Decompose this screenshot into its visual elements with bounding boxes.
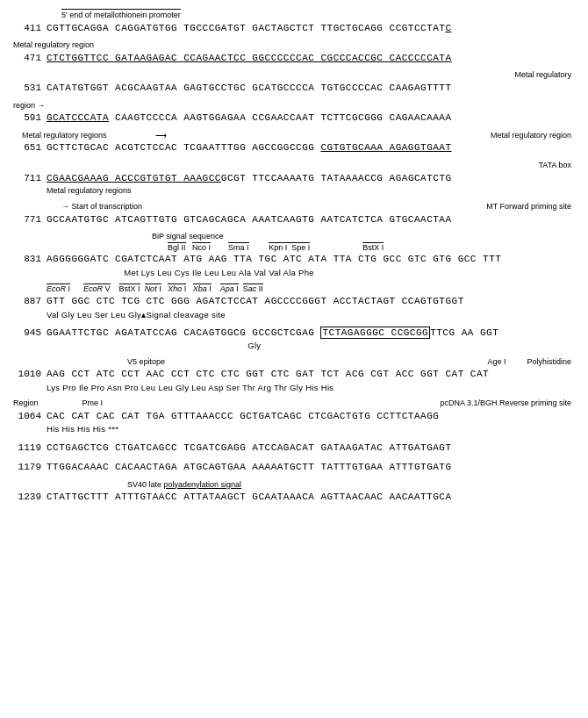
block-591: region → 591 GCATCCCATA CAAGTCCCCA AAGTG… — [13, 101, 575, 126]
seq-1239: 1239 CTATTGCTTT ATTTGTAACC ATTATAAGCT GC… — [13, 490, 575, 505]
annot-411: 5' end of metallothionein promoter — [61, 9, 575, 21]
seq-887: 887 GTT GGC CTC TCG CTC GGG AGATCTCCAT A… — [13, 294, 575, 309]
annot-row-711: TATA box — [13, 161, 575, 171]
seq-471: 471 CTCTGGTTCC GATAAGAGAC CCAGAACTCC GGC… — [13, 51, 575, 66]
annot-1010-v5: V5 epitope — [127, 357, 165, 368]
block-831: BiP signal sequence Bgl II Nco I Sma I K… — [13, 232, 575, 278]
seq-1010: 1010 AAG CCT ATC CCT AAC CCT CTC CTC GGT… — [13, 367, 575, 382]
seq-771: 771 GCCAATGTGC ATCAGTTGTG GTCAGCAGCA AAA… — [13, 212, 575, 227]
seq-711: 711 CGAACGAAAG ACCCGTGTGT AAAGCCGCGT TTC… — [13, 171, 575, 186]
restriction-831: Bgl II Nco I Sma I Kpn I Spe I BstX I — [80, 242, 575, 253]
block-651: Metal regulatory regions ⟶ Metal regulat… — [13, 131, 575, 155]
annot-row-1010: V5 epitope Age I Polyhistidine — [13, 357, 575, 368]
seq-1179: 1179 TTGGACAAAC CACAACTAGA ATGCAGTGAA AA… — [13, 460, 575, 475]
seq-831: 831 AGGGGGGATC CGATCTCAAT ATG AAG TTA TG… — [13, 252, 575, 267]
block-471: Metal regulatory region 471 CTCTGGTTCC G… — [13, 40, 575, 65]
block-771: → Start of transcription MT Forward prim… — [13, 202, 575, 226]
block-1010: V5 epitope Age I Polyhistidine 1010 AAG … — [13, 357, 575, 393]
annot-831-bip: BiP signal sequence — [152, 232, 575, 242]
restriction-887: EcoR I EcoR V BstX I Not I Xho I Xba I A… — [47, 284, 575, 294]
block-1239: SV40 late polyadenylation signal 1239 CT… — [13, 480, 575, 505]
translation-945: Gly — [47, 340, 575, 351]
translation-1064: His His His His *** — [47, 423, 575, 434]
annot-591: region → — [13, 101, 575, 111]
block-1064: Region Pme I pcDNA 3.1/BGH Reverse primi… — [13, 398, 575, 434]
block-711: TATA box 711 CGAACGAAAG ACCCGTGTGT AAAGC… — [13, 161, 575, 197]
translation-831: Met Lys Leu Cys Ile Leu Leu Ala Val Val … — [47, 267, 575, 278]
annot-1064-pmei: Pme I — [82, 398, 104, 409]
annot-row-1064: Region Pme I pcDNA 3.1/BGH Reverse primi… — [13, 398, 575, 409]
block-887: EcoR I EcoR V BstX I Not I Xho I Xba I A… — [13, 284, 575, 320]
sequence-document: 5' end of metallothionein promoter 411 C… — [13, 9, 575, 505]
seq-1119: 1119 CCTGAGCTCG CTGATCAGCC TCGATCGAGG AT… — [13, 441, 575, 456]
annot-1239-sv40: SV40 late polyadenylation signal — [127, 480, 575, 491]
block-1119: 1119 CCTGAGCTCG CTGATCAGCC TCGATCGAGG AT… — [13, 441, 575, 456]
block-945: 945 GGAATTCTGC AGATATCCAG CACAGTGGCG GCC… — [13, 326, 575, 352]
annot-1064-region: Region — [13, 398, 39, 409]
seq-531: 531 CATATGTGGT ACGCAAGTAA GAGTGCCTGC GCA… — [13, 81, 575, 96]
seq-591: 591 GCATCCCATA CAAGTCCCCA AAGTGGAGAA CCG… — [13, 111, 575, 126]
seq-411: 411 CGTTGCAGGA CAGGATGTGG TGCCCGATGT GAC… — [13, 21, 575, 36]
translation-887: Val Gly Leu Ser Leu Gly▴Signal cleavage … — [47, 309, 575, 320]
translation-1010: Lys Pro Ile Pro Asn Pro Leu Leu Gly Leu … — [47, 382, 575, 393]
annot-651-right: Metal regulatory region — [491, 131, 571, 141]
annot-711-below: Metal regulatory regions — [47, 186, 575, 197]
block-1179: 1179 TTGGACAAAC CACAACTAGA ATGCAGTGAA AA… — [13, 460, 575, 475]
annot-row-771: → Start of transcription MT Forward prim… — [13, 202, 575, 212]
seq-651: 651 GCTTCTGCAC ACGTCTCCAC TCGAATTTGG AGC… — [13, 140, 575, 155]
block-531: Metal regulatory 531 CATATGTGGT ACGCAAGT… — [13, 70, 575, 95]
seq-1064: 1064 CAC CAT CAC CAT TGA GTTTAAACCC GCTG… — [13, 409, 575, 424]
annot-771-right: MT Forward priming site — [486, 202, 571, 212]
annot-1010-polyh: Polyhistidine — [527, 357, 571, 368]
annot-471: Metal regulatory region — [13, 40, 575, 51]
annot-row-651: Metal regulatory regions ⟶ Metal regulat… — [13, 131, 575, 141]
seq-945: 945 GGAATTCTGC AGATATCCAG CACAGTGGCG GCC… — [13, 326, 575, 341]
annot-531-right: Metal regulatory — [514, 70, 571, 81]
annot-651-left: Metal regulatory regions ⟶ — [22, 131, 167, 141]
annot-row-531: Metal regulatory — [13, 70, 575, 81]
block-411: 5' end of metallothionein promoter 411 C… — [13, 9, 575, 35]
annot-711-right: TATA box — [538, 161, 571, 171]
annot-771-left: → Start of transcription — [61, 202, 142, 212]
annot-1064-bgh: pcDNA 3.1/BGH Reverse priming site — [440, 398, 571, 409]
annot-1010-agei: Age I — [487, 357, 506, 368]
